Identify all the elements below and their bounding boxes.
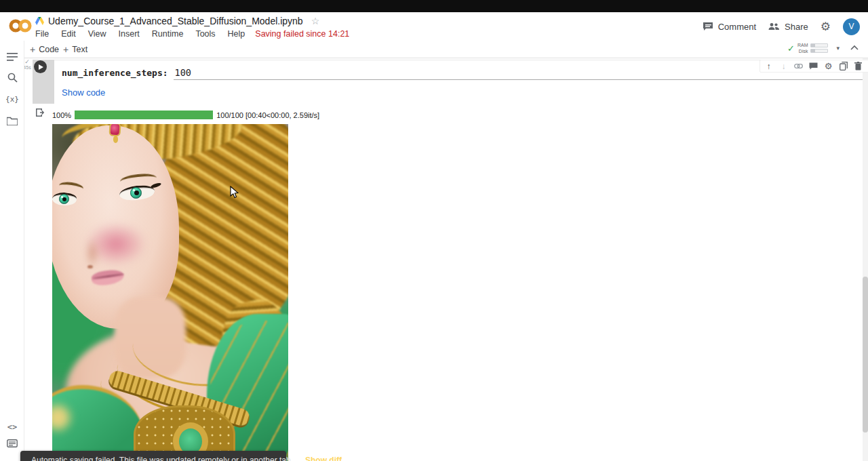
colab-window: Udemy_Course_1_Advanced_Stable_Diffusion…: [0, 0, 868, 461]
star-icon[interactable]: ☆: [311, 16, 320, 26]
ram-usage-bar: [810, 43, 828, 47]
share-label: Share: [785, 22, 808, 32]
ram-label: RAM: [797, 42, 808, 48]
save-failed-toast: Automatic saving failed. This file was u…: [20, 451, 286, 461]
collapse-sections-icon[interactable]: [850, 45, 859, 50]
copy-cell-icon[interactable]: [839, 62, 848, 71]
add-text-button[interactable]: + Text: [63, 43, 87, 56]
comment-icon: [703, 22, 713, 31]
show-code-link[interactable]: Show code: [62, 87, 105, 98]
scrollbar-thumb[interactable]: [863, 277, 868, 433]
comment-label: Comment: [718, 22, 756, 32]
resource-bars: [810, 43, 828, 53]
menu-bar: File Edit View Insert Runtime Tools Help…: [35, 28, 349, 39]
progress-bar: [75, 111, 213, 119]
add-code-label: Code: [39, 45, 59, 54]
header: Udemy_Course_1_Advanced_Stable_Diffusion…: [0, 12, 868, 41]
share-button[interactable]: Share: [768, 22, 808, 32]
settings-gear-icon[interactable]: ⚙: [821, 21, 831, 33]
files-folder-icon[interactable]: [0, 113, 24, 129]
code-snippets-icon[interactable]: <>: [0, 419, 24, 435]
connected-check-icon: ✓: [787, 43, 795, 54]
plus-icon: +: [63, 44, 68, 55]
menu-file[interactable]: File: [35, 29, 55, 39]
search-icon[interactable]: [0, 69, 24, 85]
run-cell-button[interactable]: [34, 60, 47, 73]
menu-tools[interactable]: Tools: [189, 29, 221, 39]
mouse-cursor: [230, 186, 239, 199]
menu-view[interactable]: View: [82, 29, 113, 39]
cell-settings-gear-icon[interactable]: ⚙: [824, 62, 833, 71]
account-avatar[interactable]: V: [843, 18, 860, 35]
colab-logo[interactable]: [9, 17, 32, 35]
parameter-label: num_inference_steps:: [62, 68, 168, 78]
move-cell-down-icon[interactable]: ↓: [779, 62, 788, 71]
terminal-icon[interactable]: [0, 435, 24, 452]
menu-help[interactable]: Help: [222, 29, 252, 39]
drive-file-icon: [35, 17, 44, 25]
table-of-contents-icon[interactable]: [0, 49, 24, 65]
generated-image: [52, 124, 288, 461]
notebook-title[interactable]: Udemy_Course_1_Advanced_Stable_Diffusion…: [48, 16, 303, 26]
play-icon: [39, 64, 43, 70]
header-actions: Comment Share ⚙ V: [703, 18, 860, 35]
variables-icon[interactable]: {x}: [0, 91, 24, 107]
progress-row: 100% 100/100 [00:40<00:00, 2.59it/s]: [52, 110, 319, 120]
disk-usage-bar: [810, 49, 828, 53]
resource-dropdown-caret[interactable]: ▾: [836, 45, 840, 52]
add-text-label: Text: [72, 45, 87, 54]
add-comment-icon[interactable]: [809, 62, 818, 71]
browser-top-strip: [0, 0, 868, 12]
show-diff-link[interactable]: Show diff: [305, 456, 342, 461]
comment-button[interactable]: Comment: [703, 22, 756, 32]
delete-cell-icon[interactable]: [854, 62, 863, 71]
notebook-title-row: Udemy_Course_1_Advanced_Stable_Diffusion…: [35, 15, 319, 27]
left-sidebar: {x} <>: [0, 41, 24, 461]
disk-label: Disk: [797, 48, 808, 54]
notebook-toolbar: + Code + Text ✓ RAM Disk ▾: [0, 41, 868, 58]
progress-percent: 100%: [52, 111, 71, 119]
menu-insert[interactable]: Insert: [113, 29, 146, 39]
add-code-button[interactable]: + Code: [30, 43, 59, 56]
output-marker-icon[interactable]: [35, 108, 45, 117]
save-status[interactable]: Saving failed since 14:21: [255, 29, 349, 39]
form-parameter-row: num_inference_steps:: [62, 67, 868, 81]
link-cell-icon[interactable]: [794, 62, 803, 71]
share-people-icon: [768, 22, 780, 31]
cell-toolbar: ↑ ↓ ⚙ ⋮: [760, 60, 868, 73]
menu-runtime[interactable]: Runtime: [146, 29, 190, 39]
toast-message: Automatic saving failed. This file was u…: [31, 456, 293, 461]
cell-top-border: [33, 60, 861, 60]
resource-monitor[interactable]: ✓ RAM Disk ▾: [787, 42, 840, 54]
plus-icon: +: [30, 44, 35, 55]
progress-stats: 100/100 [00:40<00:00, 2.59it/s]: [216, 111, 319, 119]
menu-edit[interactable]: Edit: [55, 29, 82, 39]
move-cell-up-icon[interactable]: ↑: [764, 62, 773, 71]
